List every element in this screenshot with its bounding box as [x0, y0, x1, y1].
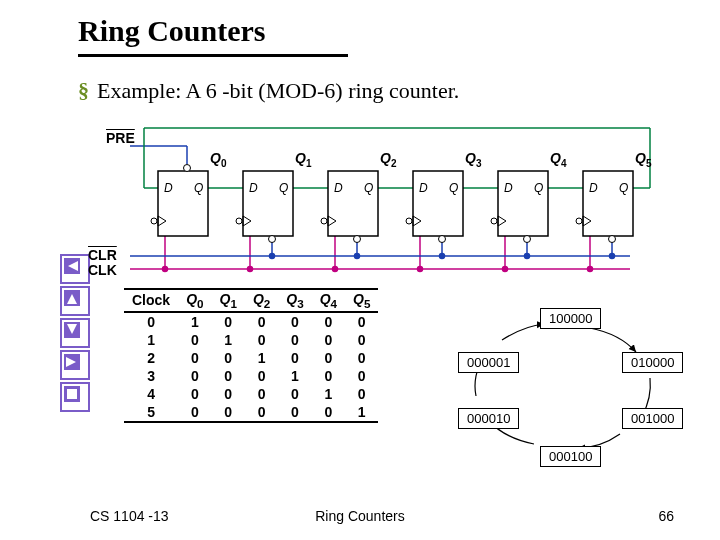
- table-cell: 0: [124, 312, 178, 331]
- svg-point-20: [503, 267, 508, 272]
- table-cell: 0: [245, 312, 278, 331]
- state-100000: 100000: [540, 308, 601, 329]
- table-cell: 1: [312, 385, 345, 403]
- svg-point-59: [354, 236, 361, 243]
- svg-point-71: [524, 236, 531, 243]
- table-cell: 1: [212, 331, 245, 349]
- label-clr: CLR: [88, 247, 117, 263]
- circuit-diagram: DQDQDQDQDQDQ Q0Q1Q2Q3Q4Q5 PRE CLR CLK: [110, 116, 650, 276]
- table-cell: 1: [345, 403, 378, 422]
- q-output-2: Q2: [380, 150, 396, 169]
- footer-right: 66: [658, 508, 674, 524]
- svg-point-18: [418, 267, 423, 272]
- table-cell: 0: [178, 331, 211, 349]
- svg-point-25: [270, 254, 275, 259]
- table-cell: 0: [245, 367, 278, 385]
- table-row: 0100000: [124, 312, 378, 331]
- svg-point-49: [151, 218, 157, 224]
- svg-text:Q: Q: [449, 181, 458, 195]
- table-cell: 1: [245, 349, 278, 367]
- title-underline: [78, 54, 348, 57]
- table-header: Clock: [124, 289, 178, 312]
- table-cell: 0: [312, 331, 345, 349]
- q-output-5: Q5: [635, 150, 651, 169]
- table-cell: 0: [212, 312, 245, 331]
- svg-text:Q: Q: [364, 181, 373, 195]
- bullet-text: Example: A 6 -bit (MOD-6) ring counter.: [97, 78, 459, 103]
- table-row: 4000010: [124, 385, 378, 403]
- table-cell: 0: [245, 403, 278, 422]
- svg-text:Q: Q: [619, 181, 628, 195]
- bullet-line: §Example: A 6 -bit (MOD-6) ring counter.: [78, 78, 459, 104]
- table-header: Q0: [178, 289, 211, 312]
- table-cell: 0: [345, 385, 378, 403]
- svg-rect-9: [67, 389, 77, 399]
- footer-center: Ring Counters: [0, 508, 720, 524]
- circuit-svg: DQDQDQDQDQDQ: [110, 116, 670, 286]
- svg-point-22: [588, 267, 593, 272]
- q-output-4: Q4: [550, 150, 566, 169]
- svg-point-47: [184, 165, 191, 172]
- page-title: Ring Counters: [78, 14, 266, 48]
- svg-text:D: D: [164, 181, 173, 195]
- svg-text:D: D: [504, 181, 513, 195]
- table-cell: 0: [245, 385, 278, 403]
- state-010000: 010000: [622, 352, 683, 373]
- table-cell: 0: [212, 367, 245, 385]
- svg-point-65: [439, 236, 446, 243]
- table-row: 1010000: [124, 331, 378, 349]
- table-cell: 0: [312, 349, 345, 367]
- slide: Ring Counters §Example: A 6 -bit (MOD-6)…: [0, 0, 720, 540]
- table-header: Q1: [212, 289, 245, 312]
- svg-point-31: [525, 254, 530, 259]
- table-cell: 0: [212, 403, 245, 422]
- svg-text:D: D: [589, 181, 598, 195]
- decorative-squares: [60, 254, 90, 414]
- state-000100: 000100: [540, 446, 601, 467]
- table-cell: 0: [178, 403, 211, 422]
- table-cell: 5: [124, 403, 178, 422]
- svg-text:Q: Q: [194, 181, 203, 195]
- q-output-3: Q3: [465, 150, 481, 169]
- state-000001: 000001: [458, 352, 519, 373]
- svg-point-14: [248, 267, 253, 272]
- label-pre: PRE: [106, 130, 135, 146]
- q-output-0: Q0: [210, 150, 226, 169]
- table-row: 5000001: [124, 403, 378, 422]
- table-cell: 0: [178, 349, 211, 367]
- state-diagram: 100000 010000 001000 000100 000010 00000…: [440, 298, 690, 488]
- state-001000: 001000: [622, 408, 683, 429]
- svg-point-29: [440, 254, 445, 259]
- table-cell: 0: [312, 367, 345, 385]
- svg-text:D: D: [419, 181, 428, 195]
- q-output-1: Q1: [295, 150, 311, 169]
- table-cell: 1: [278, 367, 311, 385]
- table-cell: 0: [278, 349, 311, 367]
- state-000010: 000010: [458, 408, 519, 429]
- svg-text:D: D: [334, 181, 343, 195]
- table-cell: 0: [345, 349, 378, 367]
- table-cell: 3: [124, 367, 178, 385]
- svg-point-55: [236, 218, 242, 224]
- svg-point-61: [321, 218, 327, 224]
- table-header: Q3: [278, 289, 311, 312]
- svg-point-53: [269, 236, 276, 243]
- bullet-marker: §: [78, 78, 89, 103]
- table-cell: 0: [178, 385, 211, 403]
- table-header: Q2: [245, 289, 278, 312]
- table-cell: 0: [278, 331, 311, 349]
- state-table: ClockQ0Q1Q2Q3Q4Q5 0100000101000020010003…: [124, 288, 378, 423]
- table-cell: 0: [245, 331, 278, 349]
- table-header: Q5: [345, 289, 378, 312]
- table-cell: 0: [278, 312, 311, 331]
- svg-point-77: [609, 236, 616, 243]
- svg-point-27: [355, 254, 360, 259]
- svg-point-16: [333, 267, 338, 272]
- table-cell: 1: [124, 331, 178, 349]
- svg-point-79: [576, 218, 582, 224]
- table-cell: 0: [212, 349, 245, 367]
- svg-text:Q: Q: [534, 181, 543, 195]
- label-clk: CLK: [88, 262, 117, 278]
- svg-text:Q: Q: [279, 181, 288, 195]
- table-cell: 0: [345, 312, 378, 331]
